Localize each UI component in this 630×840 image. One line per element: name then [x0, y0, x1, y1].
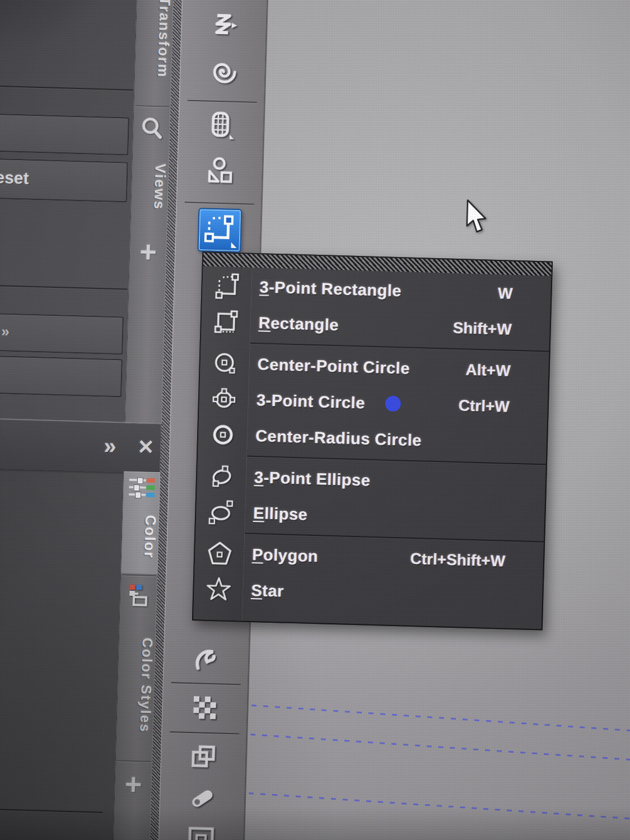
add-docker-tab-button[interactable]: +	[130, 236, 167, 268]
menu-item-label: 3-Point Rectangle	[251, 277, 498, 302]
menu-item-label: Ellipse	[245, 503, 507, 529]
center-point-circle-icon	[211, 349, 239, 377]
nested-frame-tool-icon[interactable]	[185, 824, 217, 840]
mouse-cursor-icon	[465, 199, 496, 236]
toolbox-separator	[188, 100, 257, 102]
shape-tools-flyout-menu: 3-Point Rectangle W Rectangle Shift+W Ce…	[192, 251, 553, 630]
divider	[0, 284, 127, 290]
tab-color-styles-label: Color Styles	[116, 614, 156, 755]
color-sliders-icon	[129, 477, 155, 500]
polygon-icon	[206, 540, 234, 567]
menu-item-label: Star	[243, 581, 505, 606]
graph-paper-tool-icon[interactable]	[205, 109, 237, 144]
menu-item-label: Polygon	[244, 545, 410, 568]
three-point-circle-icon	[210, 385, 237, 413]
basic-shapes-tool-icon[interactable]	[203, 155, 236, 190]
star-icon	[205, 576, 232, 603]
transform-expander-row[interactable]: »	[0, 312, 124, 355]
color-styles-icon	[127, 584, 152, 609]
menu-item-shortcut: Ctrl+W	[458, 396, 510, 416]
ellipse-icon	[207, 498, 235, 526]
divider	[0, 808, 102, 813]
spiral-tool-icon[interactable]	[206, 55, 239, 90]
frame-tool-icon[interactable]	[187, 741, 220, 776]
tab-color-label: Color	[121, 502, 159, 571]
artistic-media-tool-icon[interactable]	[190, 643, 222, 678]
tab-transform[interactable]: Transform	[134, 0, 174, 100]
expander-arrow-icon: »	[0, 314, 123, 352]
magnifier-icon	[133, 113, 170, 143]
three-point-ellipse-icon	[208, 463, 235, 490]
menu-item-shortcut: Shift+W	[452, 319, 512, 339]
tab-divider	[122, 574, 156, 576]
menu-item-label: Center-Radius Circle	[248, 426, 509, 452]
transform-field[interactable]	[0, 113, 129, 156]
menu-item-label: Center-Point Circle	[249, 354, 466, 379]
menu-item-shortcut: Ctrl+Shift+W	[410, 550, 505, 571]
toolbox-separator	[170, 731, 239, 734]
menu-item-label: 3-Point Ellipse	[246, 468, 508, 493]
toolbox-separator	[185, 202, 254, 204]
tab-views-label: Views	[130, 144, 169, 230]
tab-transform-label: Transform	[134, 0, 174, 100]
color-docker: ⚙ C: 0 M: 0 Y: 0 K: 0	[0, 418, 125, 840]
smart-drawing-tool-icon[interactable]	[208, 8, 240, 43]
toolbox-separator	[171, 682, 241, 685]
add-docker-tab-button[interactable]: +	[115, 768, 152, 800]
menu-item-label: Rectangle	[250, 313, 453, 337]
screen-photo: Reset » Transform Views + ⚙	[0, 0, 630, 840]
transform-docker: Reset »	[0, 0, 138, 422]
menu-item-label: 3-Point Circle	[249, 390, 459, 414]
eyedropper-tool-icon[interactable]	[186, 782, 218, 817]
divider	[0, 85, 133, 91]
close-docker-button[interactable]: ✕	[133, 432, 158, 462]
center-radius-circle-icon	[209, 421, 237, 449]
color-docker-header: » ✕	[0, 418, 161, 474]
tab-divider	[136, 105, 170, 108]
rectangle-icon	[212, 308, 240, 335]
three-point-rectangle-icon	[213, 272, 241, 300]
menu-item-shortcut: W	[498, 284, 513, 303]
menu-item-shortcut: Alt+W	[465, 361, 511, 380]
pattern-tool-icon[interactable]	[189, 692, 221, 726]
tab-color[interactable]: Color	[121, 471, 160, 574]
application-window: Reset » Transform Views + ⚙	[0, 0, 630, 840]
rectangle-tool-active-button[interactable]	[197, 208, 242, 253]
reset-button-label: Reset	[0, 159, 127, 199]
transform-field[interactable]	[0, 355, 123, 398]
collapse-docker-button[interactable]: »	[97, 431, 123, 461]
reset-button[interactable]: Reset	[0, 158, 128, 203]
tab-views[interactable]: Views	[130, 113, 170, 243]
tab-color-styles[interactable]: Color Styles	[116, 583, 157, 763]
